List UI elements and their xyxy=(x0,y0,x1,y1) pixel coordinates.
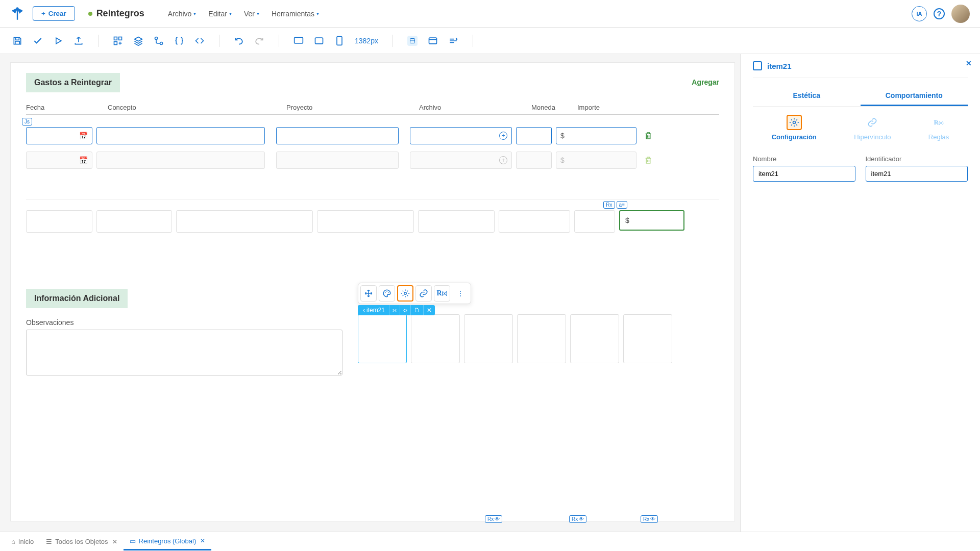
grid-cell[interactable] xyxy=(623,314,672,363)
tab-todos-objetos[interactable]: ☰ Todos los Objetos ✕ xyxy=(40,534,123,549)
chevron-down-icon: ▾ xyxy=(257,11,259,16)
grid-cell[interactable] xyxy=(570,314,619,363)
col-moneda: Moneda xyxy=(531,104,577,111)
nombre-label: Nombre xyxy=(753,155,855,163)
grid-cell[interactable] xyxy=(411,314,460,363)
align-icon[interactable] xyxy=(448,36,458,46)
subtab-rules[interactable]: R(x) Reglas xyxy=(928,115,949,141)
svg-point-0 xyxy=(16,7,19,10)
menu-ver[interactable]: Ver▾ xyxy=(244,10,259,18)
grid-cell-item21[interactable] xyxy=(358,314,407,363)
moneda-input[interactable] xyxy=(516,127,552,144)
total-cell xyxy=(418,210,495,233)
floating-toolbar: R(x) ⋮ xyxy=(358,283,471,304)
importe-input[interactable]: $ xyxy=(556,127,636,144)
undo-icon[interactable] xyxy=(234,36,244,46)
flow-icon[interactable] xyxy=(154,36,164,46)
add-link[interactable]: Agregar xyxy=(692,78,719,86)
menu-editar[interactable]: Editar▾ xyxy=(208,10,232,18)
svg-rect-10 xyxy=(295,37,303,43)
total-row: $ xyxy=(26,210,719,233)
delete-row-icon xyxy=(644,156,653,165)
tablet-icon[interactable] xyxy=(314,36,324,46)
palette-icon[interactable] xyxy=(379,285,395,302)
breadcrumb-code-icon[interactable]: ‹› xyxy=(400,305,410,315)
code-icon[interactable] xyxy=(194,36,205,46)
info-section: Información Adicional Observaciones R(x)… xyxy=(26,289,719,377)
tab-estetica[interactable]: Estética xyxy=(753,86,861,106)
create-button[interactable]: + Crear xyxy=(33,6,75,21)
proyecto-input[interactable] xyxy=(276,127,399,144)
grid-cell[interactable] xyxy=(517,314,566,363)
mobile-icon[interactable] xyxy=(334,36,345,46)
layers-icon[interactable] xyxy=(133,36,143,46)
total-amount[interactable]: $ xyxy=(619,210,684,231)
gear-icon[interactable] xyxy=(397,285,413,302)
concepto-input-ghost xyxy=(96,152,265,169)
tab-inicio[interactable]: ⌂ Inicio xyxy=(5,534,40,549)
rx-eye-badge[interactable]: Rx 👁 xyxy=(485,515,502,523)
panel-split-icon[interactable] xyxy=(407,36,418,46)
status-dot-icon xyxy=(88,12,92,16)
total-cell xyxy=(574,210,615,233)
check-icon[interactable] xyxy=(33,36,43,46)
id-input[interactable] xyxy=(866,166,968,182)
panel-close-icon[interactable]: ✕ xyxy=(966,59,972,67)
concepto-input[interactable] xyxy=(96,127,265,144)
add-file-icon[interactable]: + xyxy=(499,132,507,140)
tab-comportamiento[interactable]: Comportamiento xyxy=(861,86,968,106)
menu-archivo[interactable]: Archivo▾ xyxy=(168,10,197,18)
nombre-input[interactable] xyxy=(753,166,855,182)
viewport-size[interactable]: 1382px xyxy=(355,37,378,45)
rx-eye-badge[interactable]: Rx 👁 xyxy=(641,515,658,523)
desktop-icon[interactable] xyxy=(293,36,304,46)
tab-reintegros[interactable]: ▭ Reintegros (Global) ✕ xyxy=(124,533,212,550)
create-label: Crear xyxy=(48,10,66,17)
archivo-input[interactable]: + xyxy=(410,127,512,144)
toolbar: 1382px xyxy=(0,28,980,54)
rx-eye-badge[interactable]: Rx 👁 xyxy=(569,515,586,523)
add-file-icon: + xyxy=(499,156,507,164)
main-area: Gastos a Reintegrar Agregar Fecha Concep… xyxy=(0,54,980,532)
breadcrumb-item[interactable]: ‹item21 xyxy=(358,305,389,315)
delete-row-icon[interactable] xyxy=(644,131,653,140)
svg-point-20 xyxy=(404,292,407,295)
svg-point-19 xyxy=(388,292,389,293)
subtab-config[interactable]: Configuración xyxy=(772,115,817,141)
canvas-area[interactable]: Gastos a Reintegrar Agregar Fecha Concep… xyxy=(0,54,740,532)
ia-badge[interactable]: IA xyxy=(912,6,927,21)
move-icon[interactable] xyxy=(360,285,377,302)
col-importe: Importe xyxy=(577,104,664,111)
grid-add-icon[interactable] xyxy=(113,36,123,46)
breadcrumb-expand-icon[interactable]: ›‹ xyxy=(389,305,400,315)
window-icon[interactable] xyxy=(428,36,438,46)
table-row[interactable]: Js 📅 + $ xyxy=(26,127,719,144)
close-icon[interactable]: ✕ xyxy=(112,538,117,545)
total-cell xyxy=(96,210,172,233)
grid-cell[interactable] xyxy=(464,314,513,363)
link-icon[interactable] xyxy=(415,285,432,302)
item-grid[interactable]: R(x) ⋮ ‹item21 ›‹ ‹› 🗋 ✕ xyxy=(358,314,719,377)
svg-rect-6 xyxy=(119,37,122,40)
braces-icon[interactable] xyxy=(174,36,184,46)
help-icon[interactable]: ? xyxy=(933,8,945,20)
breadcrumb-close-icon[interactable]: ✕ xyxy=(423,305,435,315)
more-icon[interactable]: ⋮ xyxy=(452,285,469,302)
breadcrumb-copy-icon[interactable]: 🗋 xyxy=(410,305,423,315)
user-avatar[interactable] xyxy=(951,5,970,23)
fecha-input[interactable]: 📅 xyxy=(26,127,92,144)
js-badge: Js xyxy=(22,118,32,126)
separator xyxy=(393,35,393,47)
subtab-link[interactable]: Hipervínculo xyxy=(854,115,891,141)
export-icon[interactable] xyxy=(74,36,84,46)
menu-herramientas[interactable]: Herramientas▾ xyxy=(272,10,319,18)
archivo-input-ghost: + xyxy=(410,152,512,169)
element-type-icon xyxy=(753,61,762,70)
play-icon[interactable] xyxy=(53,36,63,46)
calendar-icon[interactable]: 📅 xyxy=(79,132,88,140)
obs-textarea[interactable] xyxy=(26,330,342,375)
save-icon[interactable] xyxy=(12,36,22,46)
canvas-content[interactable]: Gastos a Reintegrar Agregar Fecha Concep… xyxy=(10,62,735,521)
close-icon[interactable]: ✕ xyxy=(200,537,205,544)
rx-icon[interactable]: R(x) xyxy=(434,285,450,302)
